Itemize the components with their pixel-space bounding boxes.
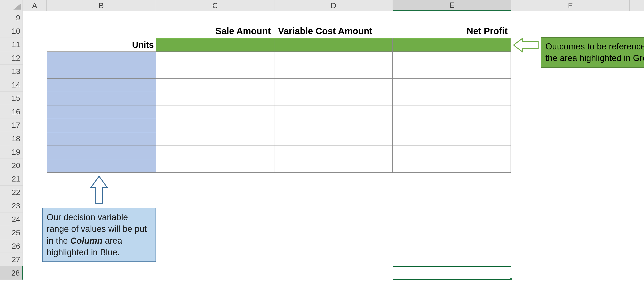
- row-header[interactable]: 13: [0, 65, 23, 78]
- cell-e11-outcome[interactable]: [392, 38, 511, 52]
- cell[interactable]: [156, 78, 274, 92]
- cell-d11-outcome[interactable]: [274, 38, 392, 52]
- cell-decision-var[interactable]: [47, 78, 156, 92]
- cell[interactable]: [274, 92, 392, 106]
- data-table[interactable]: Units: [47, 38, 511, 172]
- column-headers: A B C D E F G: [0, 0, 644, 11]
- svg-marker-1: [91, 176, 107, 203]
- cell[interactable]: [274, 78, 392, 92]
- row-header[interactable]: 9: [0, 11, 23, 24]
- cell[interactable]: [274, 146, 392, 159]
- row-header[interactable]: 26: [0, 239, 23, 253]
- cell-decision-var[interactable]: [47, 146, 156, 159]
- cell[interactable]: [156, 146, 274, 159]
- row-header[interactable]: 20: [0, 159, 23, 172]
- table-row[interactable]: [47, 78, 511, 92]
- row-header[interactable]: 16: [0, 105, 23, 118]
- row-header[interactable]: 11: [0, 38, 23, 51]
- row-header[interactable]: 18: [0, 132, 23, 145]
- cell[interactable]: [156, 132, 274, 146]
- col-header-f[interactable]: F: [511, 0, 630, 11]
- cell[interactable]: [274, 159, 392, 173]
- cell-decision-var[interactable]: [47, 132, 156, 146]
- callout-blue-em: Column: [70, 236, 102, 246]
- table-row[interactable]: [47, 106, 511, 119]
- row-header[interactable]: 28: [0, 266, 23, 280]
- cell[interactable]: [156, 52, 274, 65]
- row-header[interactable]: 24: [0, 212, 23, 226]
- row-header[interactable]: 21: [0, 172, 23, 186]
- col-header-b[interactable]: B: [47, 0, 156, 11]
- cell[interactable]: [392, 159, 511, 173]
- cell[interactable]: [274, 106, 392, 119]
- col-header-e[interactable]: E: [393, 0, 511, 11]
- row-header[interactable]: 12: [0, 51, 23, 65]
- cell[interactable]: [392, 78, 511, 92]
- col-header-g[interactable]: G: [630, 0, 644, 11]
- callout-green[interactable]: Outcomes to be referenced in the area hi…: [541, 37, 644, 68]
- cell[interactable]: [392, 119, 511, 132]
- left-arrow-icon: [514, 37, 538, 53]
- cell[interactable]: [392, 146, 511, 159]
- up-arrow-icon: [90, 176, 108, 204]
- row-headers: 9 10 11 12 13 14 15 16 17 18 19 20 21 22…: [0, 11, 23, 280]
- fill-handle[interactable]: [510, 278, 512, 280]
- row-header[interactable]: 27: [0, 253, 23, 266]
- table-row[interactable]: [47, 65, 511, 78]
- svg-marker-0: [514, 38, 538, 52]
- active-cell-selection: [393, 266, 511, 280]
- cell-decision-var[interactable]: [47, 106, 156, 119]
- header-net-profit: Net Profit: [393, 24, 511, 38]
- cell[interactable]: [274, 119, 392, 132]
- cell-units-label[interactable]: Units: [47, 38, 156, 52]
- cell[interactable]: [392, 106, 511, 119]
- table-row[interactable]: [47, 132, 511, 146]
- cell-c11-outcome[interactable]: [156, 38, 274, 52]
- table-row[interactable]: [47, 92, 511, 106]
- cell[interactable]: [392, 132, 511, 146]
- cell[interactable]: [156, 119, 274, 132]
- table-row[interactable]: [47, 146, 511, 159]
- select-all-corner[interactable]: [0, 0, 23, 11]
- cell-decision-var[interactable]: [47, 52, 156, 65]
- cell[interactable]: [156, 159, 274, 173]
- cell[interactable]: [274, 65, 392, 78]
- row-header[interactable]: 15: [0, 92, 23, 105]
- header-sale-amount: Sale Amount: [156, 24, 274, 38]
- cell[interactable]: [156, 106, 274, 119]
- row-header[interactable]: 14: [0, 78, 23, 92]
- table-row[interactable]: [47, 52, 511, 65]
- table-row[interactable]: [47, 159, 511, 173]
- table-row[interactable]: [47, 119, 511, 132]
- cell[interactable]: [274, 52, 392, 65]
- row-header[interactable]: 22: [0, 186, 23, 199]
- col-header-a[interactable]: A: [23, 0, 47, 11]
- cell-decision-var[interactable]: [47, 65, 156, 78]
- row-header[interactable]: 17: [0, 118, 23, 132]
- cell-decision-var[interactable]: [47, 92, 156, 106]
- header-variable-cost-amount: Variable Cost Amount: [274, 24, 393, 38]
- row-header[interactable]: 19: [0, 145, 23, 159]
- cell[interactable]: [392, 65, 511, 78]
- cell[interactable]: [392, 92, 511, 106]
- callout-blue[interactable]: Our decision variable range of values wi…: [42, 208, 156, 262]
- cell-decision-var[interactable]: [47, 159, 156, 173]
- cell[interactable]: [156, 65, 274, 78]
- cell[interactable]: [392, 52, 511, 65]
- row-header[interactable]: 10: [0, 24, 23, 38]
- row-header[interactable]: 23: [0, 199, 23, 212]
- callout-green-text: Outcomes to be referenced in the area hi…: [546, 42, 644, 63]
- cell[interactable]: [156, 92, 274, 106]
- cell-decision-var[interactable]: [47, 119, 156, 132]
- table-header-row[interactable]: Units: [47, 38, 511, 52]
- cell[interactable]: [274, 132, 392, 146]
- col-header-d[interactable]: D: [274, 0, 393, 11]
- row-header[interactable]: 25: [0, 226, 23, 239]
- col-header-c[interactable]: C: [156, 0, 274, 11]
